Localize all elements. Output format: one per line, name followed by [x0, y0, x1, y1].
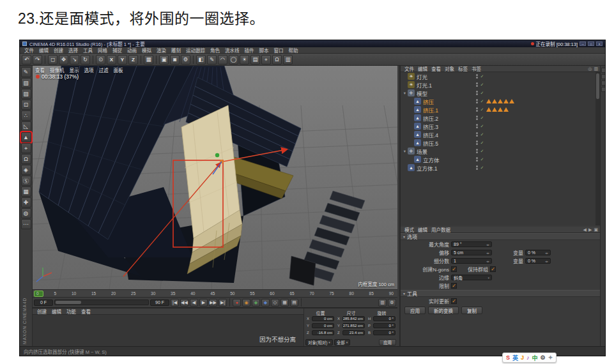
menu-item[interactable]: 角色 [208, 47, 222, 54]
visibility-dots[interactable] [476, 149, 478, 153]
toolbar-button[interactable]: ⊙ [96, 55, 105, 64]
more-tools[interactable]: ⋯ [21, 219, 31, 229]
ime-icon[interactable]: 英 [512, 354, 518, 362]
keyframe-toggle-button[interactable]: ▦ [280, 299, 289, 307]
palette-icon[interactable] [601, 74, 606, 79]
toolbar-button[interactable]: X [107, 55, 116, 64]
toolbar-button[interactable]: ✎ [207, 55, 217, 64]
attr-menu-item[interactable]: 编辑 [416, 226, 429, 233]
toolbar-button[interactable]: ☀ [240, 55, 249, 64]
om-search-icon[interactable]: ◎ [588, 66, 592, 72]
axis-mode-tool[interactable]: ⌖ [21, 143, 31, 153]
keyframe-toggle-button[interactable]: ◉ [242, 299, 250, 307]
visibility-dots[interactable] [476, 165, 478, 170]
coord-value-field[interactable]: 0 ° [373, 330, 396, 335]
menu-item[interactable]: 渲染 [154, 47, 169, 54]
toolbar-button[interactable]: ⌖ [261, 55, 271, 64]
om-menu-item[interactable]: 对象 [443, 65, 456, 72]
toolbar-button[interactable]: ↻ [81, 55, 90, 64]
polygon-mode-tool[interactable]: ▲ [21, 132, 31, 142]
timeline-ruler[interactable]: 051015202530354045505560657075808590 [33, 289, 397, 298]
coord-space-dropdown[interactable]: 全部▾ [334, 339, 351, 345]
object-row[interactable]: ▲挤压✓ [401, 97, 595, 105]
menu-item[interactable]: 创建 [51, 47, 66, 54]
axis-lock-tool[interactable]: ✚ [21, 197, 31, 208]
keyframe-toggle-button[interactable]: ◇ [271, 299, 279, 307]
toolbar-button[interactable]: ↷ [33, 55, 42, 64]
object-row[interactable]: ☀灯光.1✓ [401, 80, 595, 89]
grid-tool[interactable]: ▦ [21, 186, 31, 197]
ime-icon[interactable]: ♪ [526, 354, 530, 361]
material-menu-item[interactable]: 编辑 [49, 308, 64, 315]
object-row[interactable]: ▲挤压.1✓ [401, 105, 595, 114]
enable-check-icon[interactable]: ✓ [479, 74, 485, 79]
toolbar-button[interactable]: Z [128, 55, 138, 64]
coord-value-field[interactable]: 0 cm [312, 323, 334, 328]
number-field[interactable]: 1◂▸ [451, 258, 492, 264]
viewport[interactable]: 查看摄像机显示选项过滤面板 00:38:13 (37%) 内框宽度 100 cm [33, 66, 397, 289]
attr-lock-icon[interactable]: ▣ [594, 227, 598, 232]
visibility-dots[interactable] [476, 124, 478, 128]
transport-button[interactable]: ◀ [190, 299, 198, 307]
viewport-menu-item[interactable]: 过滤 [99, 66, 109, 73]
palette-icon[interactable] [601, 87, 606, 92]
om-menu-item[interactable]: 书签 [470, 65, 483, 72]
attr-menu-item[interactable]: 模式 [403, 226, 416, 233]
coord-value-field[interactable]: 0 cm [312, 316, 334, 321]
material-menu-item[interactable]: 功能 [64, 308, 79, 315]
section-header[interactable]: ▾选项 [401, 233, 600, 240]
object-row[interactable]: ▾✛模型✓ [401, 89, 595, 97]
toolbar-button[interactable]: ◠ [218, 55, 227, 64]
ime-icon[interactable]: J [521, 354, 524, 361]
enable-check-icon[interactable]: ✓ [479, 99, 485, 104]
model-mode-tool[interactable]: ▧ [21, 78, 31, 88]
snap-tool[interactable]: Ω [21, 154, 31, 164]
object-tree-scrollbar[interactable] [595, 72, 600, 225]
tool-action-button[interactable]: 复制 [461, 307, 482, 314]
visibility-dots[interactable] [476, 116, 478, 120]
object-row[interactable]: ▲挤压.4✓ [401, 130, 595, 139]
om-menu-item[interactable]: 文件 [403, 65, 416, 72]
menu-item[interactable]: 插件 [242, 47, 257, 54]
number-field[interactable]: 0 %◂▸ [525, 258, 551, 264]
point-mode-tool[interactable]: ∴ [21, 110, 31, 121]
timeline-option-button[interactable]: ▥ [378, 299, 387, 307]
timeline-slider[interactable] [54, 300, 149, 305]
menu-item[interactable]: 流水线 [222, 47, 242, 54]
menu-item[interactable]: 网格 [95, 47, 110, 54]
menu-item[interactable]: 雕刻 [169, 47, 183, 54]
timeline-option-button[interactable]: ⚙ [388, 299, 396, 307]
enable-check-icon[interactable]: ✓ [479, 116, 485, 121]
number-field[interactable]: 0 %◂▸ [525, 250, 551, 255]
attr-forward-icon[interactable]: ▶ [588, 227, 592, 232]
viewport-menu-item[interactable]: 查看 [35, 66, 45, 73]
visibility-dots[interactable] [476, 91, 478, 95]
enable-check-icon[interactable]: ✓ [479, 165, 485, 171]
toolbar-button[interactable]: ▤ [250, 55, 260, 64]
visibility-dots[interactable] [476, 140, 478, 145]
attr-menu-item[interactable]: 用户数据 [429, 226, 452, 233]
enable-check-icon[interactable]: ✓ [479, 157, 485, 162]
workplane-tool[interactable]: ⊡ [21, 100, 31, 110]
object-row[interactable]: ▲挤压.3✓ [401, 122, 595, 130]
coord-value-field[interactable]: 23.4 cm [342, 330, 365, 335]
coord-value-field[interactable]: -16.8 cm [312, 330, 334, 335]
minimize-button[interactable]: ─ [580, 42, 586, 46]
keyframe-toggle-button[interactable]: ◆ [252, 299, 260, 307]
object-row[interactable]: ▾✛场景✓ [401, 147, 595, 155]
menu-item[interactable]: 选择 [66, 47, 81, 54]
visibility-dots[interactable] [476, 132, 478, 137]
checkbox[interactable]: ✓ [490, 266, 496, 272]
keyframe-toggle-button[interactable]: ● [233, 299, 241, 307]
toolbar-button[interactable]: ◻ [48, 55, 58, 64]
tool-action-button[interactable]: 应用 [404, 307, 426, 314]
toolbar-button[interactable]: ↶ [22, 55, 31, 64]
menu-item[interactable]: 文件 [22, 47, 36, 54]
transport-button[interactable]: |◀ [171, 299, 179, 307]
workplane-lock-tool[interactable]: ◈ [21, 165, 31, 175]
viewport-menu-item[interactable]: 选项 [84, 66, 94, 73]
material-menu-item[interactable]: 创建 [35, 308, 49, 315]
toolbar-button[interactable]: ▥ [283, 55, 293, 64]
toolbar-button[interactable]: Y [118, 55, 127, 64]
checkbox[interactable]: ✓ [451, 266, 457, 272]
